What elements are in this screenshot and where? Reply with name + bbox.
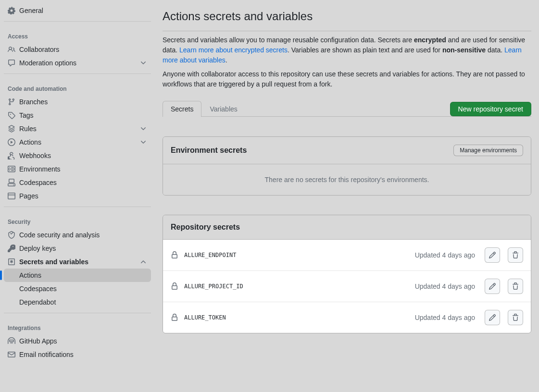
sidebar-label: Deploy keys	[19, 245, 147, 252]
tab-underline	[163, 116, 531, 117]
sidebar-item-secrets-variables[interactable]: Secrets and variables	[4, 255, 151, 269]
link-encrypted-secrets[interactable]: Learn more about encrypted secrets	[179, 46, 288, 54]
browser-icon	[8, 192, 15, 200]
key-asterisk-icon	[8, 258, 15, 266]
hubot-icon	[8, 337, 15, 345]
section-header-integrations: Integrations	[4, 317, 151, 334]
sidebar-item-codespaces[interactable]: Codespaces	[4, 176, 151, 189]
description-1: Secrets and variables allow you to manag…	[163, 35, 531, 65]
sidebar-sub-dependabot[interactable]: Dependabot	[4, 295, 151, 309]
gear-icon	[8, 7, 15, 14]
secret-row: ALLURE_TOKENUpdated 4 days ago	[163, 302, 531, 333]
chevron-up-icon	[139, 258, 147, 266]
branch-icon	[8, 98, 15, 106]
sidebar-item-rules[interactable]: Rules	[4, 122, 151, 135]
sidebar-label: Dependabot	[19, 298, 147, 306]
play-circle-icon	[8, 138, 15, 146]
sidebar-sub-actions[interactable]: Actions	[4, 269, 151, 282]
sidebar-item-webhooks[interactable]: Webhooks	[4, 149, 151, 162]
sidebar-label: Moderation options	[19, 59, 136, 67]
secret-updated: Updated 4 days ago	[415, 282, 475, 290]
sidebar-item-branches[interactable]: Branches	[4, 95, 151, 109]
comment-icon	[8, 59, 15, 67]
sidebar-label: Codespaces	[19, 285, 147, 293]
tab-variables[interactable]: Variables	[201, 101, 245, 117]
sidebar-item-general[interactable]: General	[4, 4, 151, 17]
sidebar-item-collaborators[interactable]: Collaborators	[4, 43, 151, 56]
secret-updated: Updated 4 days ago	[415, 251, 475, 259]
sidebar-item-github-apps[interactable]: GitHub Apps	[4, 334, 151, 348]
sidebar-label: Secrets and variables	[19, 258, 136, 266]
sidebar-label: Webhooks	[19, 152, 147, 159]
delete-secret-button[interactable]	[508, 247, 523, 263]
section-header-security: Security	[4, 211, 151, 228]
key-icon	[8, 245, 15, 252]
settings-sidebar: General Access Collaborators Moderation …	[0, 0, 155, 392]
secret-list: ALLURE_ENDPOINTUpdated 4 days agoALLURE_…	[163, 240, 531, 333]
sidebar-label: Actions	[19, 271, 147, 279]
new-repository-secret-button[interactable]: New repository secret	[450, 102, 531, 116]
lock-icon	[171, 282, 178, 290]
divider	[4, 74, 151, 74]
sidebar-label: Rules	[19, 125, 136, 133]
sidebar-label: General	[19, 7, 147, 14]
tag-icon	[8, 111, 15, 119]
sidebar-item-environments[interactable]: Environments	[4, 162, 151, 176]
codespaces-icon	[8, 179, 15, 186]
sidebar-item-csa[interactable]: Code security and analysis	[4, 228, 151, 242]
secret-updated: Updated 4 days ago	[415, 314, 475, 321]
lock-icon	[171, 314, 178, 321]
edit-secret-button[interactable]	[485, 247, 500, 263]
sidebar-label: Actions	[19, 138, 136, 146]
sidebar-label: Branches	[19, 98, 147, 106]
section-header-code: Code and automation	[4, 78, 151, 95]
sidebar-item-moderation[interactable]: Moderation options	[4, 56, 151, 70]
sidebar-item-tags[interactable]: Tags	[4, 109, 151, 122]
shield-icon	[8, 231, 15, 239]
sidebar-item-pages[interactable]: Pages	[4, 189, 151, 203]
edit-secret-button[interactable]	[485, 279, 500, 294]
panel-header: Repository secrets	[163, 215, 531, 240]
panel-title: Repository secrets	[171, 223, 240, 232]
sidebar-item-email[interactable]: Email notifications	[4, 348, 151, 361]
sidebar-label: Code security and analysis	[19, 231, 147, 239]
tab-secrets[interactable]: Secrets	[163, 101, 201, 117]
sidebar-item-actions[interactable]: Actions	[4, 135, 151, 149]
lock-icon	[171, 251, 178, 259]
page-title: Actions secrets and variables	[163, 10, 531, 23]
webhook-icon	[8, 152, 15, 159]
sidebar-label: GitHub Apps	[19, 337, 147, 345]
description-2: Anyone with collaborator access to this …	[163, 69, 531, 89]
tab-row: Secrets Variables New repository secret	[163, 101, 531, 117]
delete-secret-button[interactable]	[508, 310, 523, 325]
chevron-down-icon	[139, 138, 147, 146]
sidebar-sub-codespaces[interactable]: Codespaces	[4, 282, 151, 295]
delete-secret-button[interactable]	[508, 279, 523, 294]
mail-icon	[8, 351, 15, 358]
divider	[4, 207, 151, 207]
panel-title: Environment secrets	[171, 146, 247, 155]
manage-environments-button[interactable]: Manage environments	[453, 145, 523, 156]
section-header-access: Access	[4, 25, 151, 43]
secret-row: ALLURE_ENDPOINTUpdated 4 days ago	[163, 240, 531, 271]
people-icon	[8, 46, 15, 53]
sidebar-item-deploy-keys[interactable]: Deploy keys	[4, 242, 151, 255]
divider	[4, 313, 151, 313]
tabs: Secrets Variables	[163, 101, 246, 117]
sidebar-label: Environments	[19, 165, 147, 173]
stack-icon	[8, 125, 15, 133]
title-divider	[163, 31, 531, 31]
server-icon	[8, 165, 15, 173]
main-content: Actions secrets and variables Secrets an…	[155, 0, 539, 392]
secret-row: ALLURE_PROJECT_IDUpdated 4 days ago	[163, 271, 531, 302]
chevron-down-icon	[139, 125, 147, 133]
sidebar-label: Codespaces	[19, 179, 147, 186]
repository-secrets-panel: Repository secrets ALLURE_ENDPOINTUpdate…	[163, 215, 531, 333]
sidebar-label: Tags	[19, 111, 147, 119]
edit-secret-button[interactable]	[485, 310, 500, 325]
secret-name: ALLURE_PROJECT_ID	[184, 283, 409, 290]
panel-header: Environment secrets Manage environments	[163, 137, 531, 164]
environment-secrets-panel: Environment secrets Manage environments …	[163, 136, 531, 196]
panel-empty-text: There are no secrets for this repository…	[163, 164, 531, 195]
secret-name: ALLURE_ENDPOINT	[184, 252, 409, 258]
